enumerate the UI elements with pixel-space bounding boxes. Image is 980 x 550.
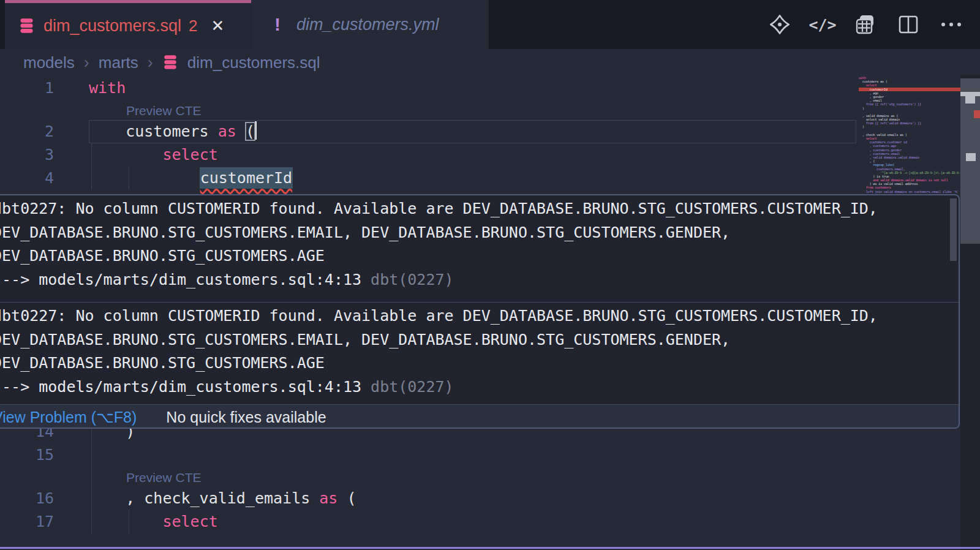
- tab-dim-customers-yml[interactable]: ! dim_customers.yml: [251, 0, 489, 49]
- hover-scrollbar-thumb[interactable]: [950, 198, 957, 261]
- code-segment: [89, 513, 162, 530]
- chevron-right-icon: ›: [148, 53, 153, 72]
- codelens-row: Preview CTE: [0, 467, 858, 487]
- diagnostic-hover-tooltip: dbt0227: No column CUSTOMERID found. Ava…: [0, 194, 960, 429]
- diagnostic-message-line: DEV_DATABASE.BRUNO.STG_CUSTOMERS.AGE: [0, 352, 959, 375]
- overview-ruler-marker: [966, 153, 976, 161]
- minimap[interactable]: with customers as ( select customerId , …: [859, 76, 960, 205]
- line-number: 3: [0, 143, 54, 167]
- code-line-15: 15: [0, 443, 858, 467]
- code-line-16: 16 , check_valid_emails as (: [0, 487, 858, 510]
- codelens-preview-cte[interactable]: Preview CTE: [126, 100, 202, 121]
- database-icon: [162, 54, 178, 71]
- codelens-row: Preview CTE: [0, 100, 858, 120]
- compile-code-icon[interactable]: </>: [811, 13, 834, 36]
- diagnostic-message-line: dbt0227: No column CUSTOMERID found. Ava…: [0, 304, 959, 328]
- chevron-right-icon: ›: [84, 53, 89, 72]
- query-results-icon[interactable]: [854, 13, 877, 36]
- problem-indicator-icon: !: [274, 14, 281, 35]
- database-icon: [18, 17, 35, 35]
- minimap-line: '^[a-zA-Z0-9_.+-]+@[a-zA-Z0-9-]+\.[a-zA-…: [859, 171, 960, 175]
- code-segment: customers: [89, 122, 218, 140]
- line-number: 17: [0, 510, 54, 533]
- panel-top-border: [0, 547, 980, 549]
- editor-code-bottom: 14 )15Preview CTE16 , check_valid_emails…: [0, 420, 858, 533]
- tab-label: dim_customers.sql: [43, 17, 181, 36]
- overview-ruler-error-marker: [974, 110, 980, 118]
- code-line-2: 2 customers as (: [0, 120, 858, 143]
- code-segment: select: [162, 146, 217, 164]
- overview-ruler-marker: [965, 96, 975, 104]
- breadcrumb-item-marts[interactable]: marts: [99, 53, 138, 72]
- diagnostic-message-line: DEV_DATABASE.BRUNO.STG_CUSTOMERS.EMAIL, …: [0, 328, 959, 352]
- code-segment: as: [319, 489, 337, 507]
- tab-dim-customers-sql[interactable]: dim_customers.sql 2 ✕: [5, 0, 251, 49]
- tab-label: dim_customers.yml: [296, 15, 439, 34]
- breadcrumb-item-models[interactable]: models: [23, 53, 75, 72]
- tab-badge-count: 2: [189, 17, 197, 36]
- no-quick-fixes-label: No quick fixes available: [166, 409, 326, 426]
- minimap-line: left join valid_domains on customers.ema…: [859, 190, 960, 194]
- view-problem-link[interactable]: View Problem (⌥F8): [0, 409, 137, 426]
- code-segment: with: [89, 79, 126, 97]
- line-number: 1: [0, 77, 54, 100]
- breadcrumb-item-file[interactable]: dim_customers.sql: [187, 53, 320, 72]
- hover-status-bar: View Problem (⌥F8) No quick fixes availa…: [0, 404, 959, 429]
- tab-bar: dim_customers.sql 2 ✕ ! dim_customers.ym…: [0, 0, 980, 49]
- code-segment: select: [162, 513, 217, 530]
- code-segment: as: [218, 122, 236, 140]
- code-line-1: 1with: [0, 77, 858, 100]
- editor-code-top: 1withPreview CTE2 customers as (3 select…: [0, 77, 858, 190]
- diagnostic-message-block: dbt0227: No column CUSTOMERID found. Ava…: [0, 195, 959, 292]
- code-line-4: 4 customerId: [0, 167, 858, 190]
- diagnostic-location-link[interactable]: --> models/marts/dim_customers.sql:4:13: [0, 378, 361, 396]
- code-segment: (: [246, 122, 255, 140]
- close-icon[interactable]: ✕: [211, 17, 225, 36]
- code-line-17: 17 select: [0, 510, 858, 533]
- line-number: 4: [0, 167, 54, 190]
- code-line-3: 3 select: [0, 143, 858, 167]
- split-editor-icon[interactable]: [897, 13, 920, 36]
- diagnostic-message-block: dbt0227: No column CUSTOMERID found. Ava…: [0, 303, 959, 399]
- line-number: 15: [0, 443, 54, 467]
- dbt-icon[interactable]: [768, 13, 791, 36]
- diagnostic-source: dbt(0227): [361, 378, 454, 396]
- overview-ruler-marker: [960, 92, 980, 96]
- diagnostic-source: dbt(0227): [361, 271, 454, 288]
- code-segment: , check_valid_emails: [89, 489, 319, 507]
- diagnostic-location-link[interactable]: --> models/marts/dim_customers.sql:4:13: [0, 271, 361, 288]
- code-segment: [89, 146, 162, 164]
- line-number: 16: [0, 487, 54, 510]
- code-segment: [89, 169, 200, 187]
- diagnostic-message-line: DEV_DATABASE.BRUNO.STG_CUSTOMERS.AGE: [0, 244, 959, 268]
- diagnostic-message-line: DEV_DATABASE.BRUNO.STG_CUSTOMERS.EMAIL, …: [0, 221, 959, 245]
- breadcrumb: models › marts › dim_customers.sql: [23, 49, 320, 76]
- text-cursor: [255, 121, 257, 140]
- line-number: 2: [0, 120, 54, 143]
- codelens-preview-cte[interactable]: Preview CTE: [126, 467, 202, 488]
- more-actions-icon[interactable]: [940, 13, 963, 36]
- editor-actions: </>: [768, 0, 963, 49]
- error-token-customerid[interactable]: customerId: [200, 167, 293, 189]
- code-segment: (: [337, 489, 356, 507]
- code-segment: [236, 122, 246, 140]
- diagnostic-message-line: dbt0227: No column CUSTOMERID found. Ava…: [0, 197, 959, 221]
